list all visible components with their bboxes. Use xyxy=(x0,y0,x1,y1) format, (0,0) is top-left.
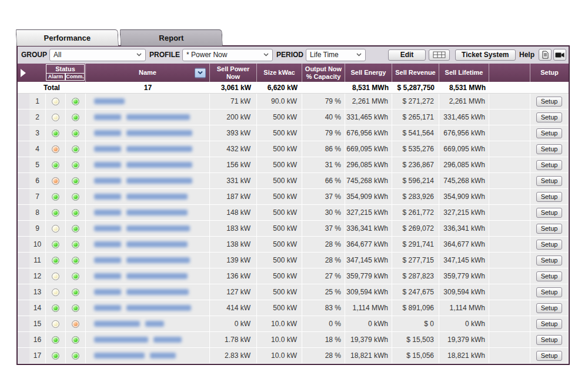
comm-status-light[interactable] xyxy=(72,320,79,328)
name-sort-dropdown[interactable] xyxy=(195,68,206,78)
help-video-button[interactable] xyxy=(553,49,566,61)
site-name-link[interactable] xyxy=(94,337,182,343)
sell-power-header[interactable]: Sell Power Now xyxy=(210,64,257,82)
comm-status-light[interactable] xyxy=(72,241,79,248)
sell-energy-header[interactable]: Sell Energy xyxy=(345,64,392,82)
setup-button[interactable]: Setup xyxy=(536,303,563,313)
sell-revenue-header[interactable]: Sell Revenue xyxy=(392,64,439,82)
redacted-name-blob xyxy=(153,337,182,343)
setup-button[interactable]: Setup xyxy=(536,128,563,138)
site-name-link[interactable] xyxy=(94,210,188,215)
profile-select[interactable]: * Power Now xyxy=(182,49,273,61)
site-name-link[interactable] xyxy=(94,305,191,311)
comm-status-light[interactable] xyxy=(72,130,79,137)
setup-button[interactable]: Setup xyxy=(536,271,563,281)
setup-button[interactable]: Setup xyxy=(536,192,563,202)
site-name-link[interactable] xyxy=(94,241,188,247)
setup-cell: Setup xyxy=(530,332,569,347)
comm-status-light[interactable] xyxy=(72,225,79,233)
setup-button[interactable]: Setup xyxy=(536,144,563,154)
redacted-name-blob xyxy=(126,194,188,200)
setup-button[interactable]: Setup xyxy=(536,240,563,250)
row-number: 7 xyxy=(29,189,46,204)
alarm-status-light[interactable] xyxy=(52,288,59,296)
alarm-status-light[interactable] xyxy=(52,177,59,185)
group-select[interactable]: All xyxy=(49,49,146,61)
site-name-link[interactable] xyxy=(94,130,192,136)
table-body: 171 kW90.0 kW79 %2,261 MWh$ 271,2722,261… xyxy=(18,94,569,364)
alarm-status-light[interactable] xyxy=(52,98,59,105)
period-select-value: Life Time xyxy=(310,51,339,59)
alarm-status-light[interactable] xyxy=(52,130,59,137)
alarm-status-light[interactable] xyxy=(52,193,59,201)
setup-button[interactable]: Setup xyxy=(536,319,563,329)
site-name-link[interactable] xyxy=(94,114,190,120)
name-header[interactable]: Name xyxy=(86,64,210,82)
help-doc-button[interactable] xyxy=(539,49,552,61)
alarm-status-light[interactable] xyxy=(52,225,59,233)
setup-button[interactable]: Setup xyxy=(536,255,563,265)
alarm-status-light[interactable] xyxy=(52,352,59,360)
alarm-status-light[interactable] xyxy=(52,161,59,169)
alarm-status-light[interactable] xyxy=(52,209,59,217)
table-row: 14414 kW500 kW83 %1,114 MWh$ 891,0961,11… xyxy=(18,300,569,316)
comm-status-light[interactable] xyxy=(72,98,79,105)
comm-status-light[interactable] xyxy=(72,114,79,121)
setup-button[interactable]: Setup xyxy=(536,160,563,170)
site-name-link[interactable] xyxy=(94,194,188,200)
setup-button[interactable]: Setup xyxy=(536,97,563,107)
comm-status-light[interactable] xyxy=(72,288,79,296)
comm-status-light[interactable] xyxy=(72,161,79,169)
tab-report[interactable]: Report xyxy=(120,29,223,46)
output-pct-header[interactable]: Output Now % Capacity xyxy=(302,64,345,82)
site-name-link[interactable] xyxy=(94,225,190,231)
site-name-link[interactable] xyxy=(94,289,189,295)
comm-status-light[interactable] xyxy=(72,145,79,153)
alarm-status-light[interactable] xyxy=(52,241,59,248)
sell-lifetime-header[interactable]: Sell Lifetime xyxy=(439,64,489,82)
size-cell: 500 kW xyxy=(257,205,302,220)
comm-status-light[interactable] xyxy=(72,352,79,360)
period-select[interactable]: Life Time xyxy=(306,49,366,61)
setup-button[interactable]: Setup xyxy=(536,208,563,218)
setup-button[interactable]: Setup xyxy=(536,112,563,122)
comm-status-light[interactable] xyxy=(72,209,79,217)
site-name-link[interactable] xyxy=(94,98,125,104)
alarm-cell xyxy=(46,173,66,188)
alarm-status-light[interactable] xyxy=(52,114,59,121)
site-name-link[interactable] xyxy=(94,146,192,152)
site-name-link[interactable] xyxy=(94,353,176,359)
alarm-status-light[interactable] xyxy=(52,320,59,328)
site-name-link[interactable] xyxy=(94,162,192,168)
site-name-link[interactable] xyxy=(94,257,190,263)
sell-power-cell: 432 kW xyxy=(210,141,257,157)
sell-lifetime-cell: 19,379 kWh xyxy=(439,332,489,347)
alarm-status-light[interactable] xyxy=(52,336,59,344)
site-name-link[interactable] xyxy=(94,273,188,279)
grid-view-button[interactable] xyxy=(429,49,450,61)
comm-status-light[interactable] xyxy=(72,304,79,312)
tab-performance[interactable]: Performance xyxy=(16,29,119,46)
comm-status-light[interactable] xyxy=(72,336,79,344)
alarm-status-light[interactable] xyxy=(52,273,59,280)
setup-cell: Setup xyxy=(530,205,569,220)
blank-cell xyxy=(489,348,530,363)
setup-button[interactable]: Setup xyxy=(536,335,563,345)
header-arrow-cell[interactable] xyxy=(18,64,29,82)
alarm-status-light[interactable] xyxy=(52,145,59,153)
alarm-status-light[interactable] xyxy=(52,304,59,312)
comm-status-light[interactable] xyxy=(72,257,79,264)
ticket-system-button[interactable]: Ticket System xyxy=(455,49,516,61)
size-header[interactable]: Size kWac xyxy=(257,64,302,82)
site-name-link[interactable] xyxy=(94,178,192,184)
edit-button[interactable]: Edit xyxy=(388,49,426,61)
setup-button[interactable]: Setup xyxy=(536,176,563,186)
setup-button[interactable]: Setup xyxy=(536,287,563,297)
site-name-link[interactable] xyxy=(94,321,164,327)
comm-status-light[interactable] xyxy=(72,273,79,280)
comm-status-light[interactable] xyxy=(72,177,79,185)
setup-button[interactable]: Setup xyxy=(536,224,563,234)
alarm-status-light[interactable] xyxy=(52,257,59,264)
comm-status-light[interactable] xyxy=(72,193,79,201)
setup-button[interactable]: Setup xyxy=(536,351,563,361)
